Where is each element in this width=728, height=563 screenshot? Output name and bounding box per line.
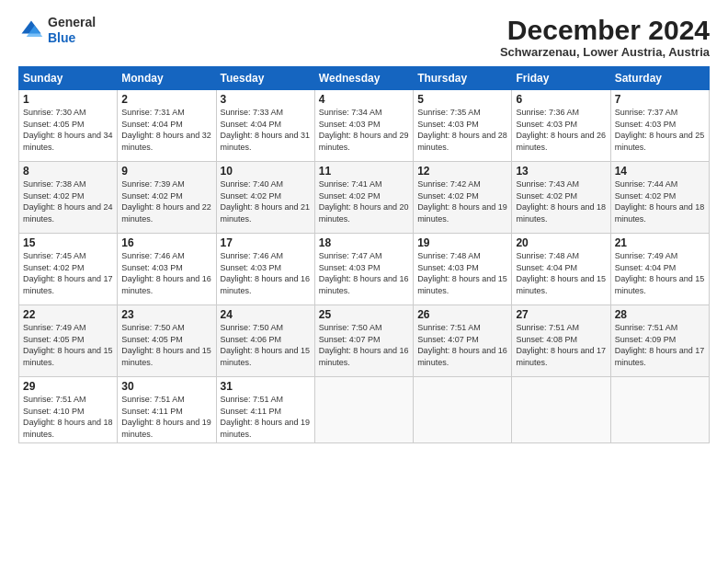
- day-number: 26: [417, 308, 507, 321]
- header-friday: Friday: [512, 67, 610, 90]
- calendar-cell: 9Sunrise: 7:39 AMSunset: 4:02 PMDaylight…: [118, 162, 216, 234]
- day-info: Sunrise: 7:43 AMSunset: 4:02 PMDaylight:…: [516, 179, 606, 224]
- day-number: 16: [121, 236, 211, 249]
- calendar-cell: 4Sunrise: 7:34 AMSunset: 4:03 PMDaylight…: [314, 90, 413, 162]
- calendar-cell: 8Sunrise: 7:38 AMSunset: 4:02 PMDaylight…: [19, 162, 118, 234]
- day-info: Sunrise: 7:50 AMSunset: 4:05 PMDaylight:…: [121, 323, 211, 367]
- day-info: Sunrise: 7:51 AMSunset: 4:08 PMDaylight:…: [516, 323, 606, 367]
- calendar-cell: 1Sunrise: 7:30 AMSunset: 4:05 PMDaylight…: [19, 90, 118, 162]
- day-info: Sunrise: 7:38 AMSunset: 4:02 PMDaylight:…: [23, 179, 113, 224]
- calendar-cell: 26Sunrise: 7:51 AMSunset: 4:07 PMDayligh…: [414, 305, 512, 377]
- day-info: Sunrise: 7:35 AMSunset: 4:03 PMDaylight:…: [417, 108, 507, 152]
- day-number: 20: [516, 236, 606, 249]
- header-sunday: Sunday: [19, 67, 118, 90]
- day-info: Sunrise: 7:44 AMSunset: 4:02 PMDaylight:…: [615, 179, 705, 224]
- day-info: Sunrise: 7:40 AMSunset: 4:02 PMDaylight:…: [221, 179, 311, 224]
- day-number: 31: [221, 380, 311, 393]
- day-info: Sunrise: 7:51 AMSunset: 4:11 PMDaylight:…: [221, 395, 311, 439]
- day-info: Sunrise: 7:39 AMSunset: 4:02 PMDaylight:…: [121, 179, 211, 224]
- day-info: Sunrise: 7:46 AMSunset: 4:03 PMDaylight:…: [121, 251, 211, 295]
- day-info: Sunrise: 7:50 AMSunset: 4:07 PMDaylight:…: [319, 323, 409, 367]
- logo-general: General: [48, 15, 96, 29]
- calendar-cell: 16Sunrise: 7:46 AMSunset: 4:03 PMDayligh…: [118, 234, 216, 305]
- calendar-cell: 30Sunrise: 7:51 AMSunset: 4:11 PMDayligh…: [118, 377, 216, 443]
- calendar-cell: 3Sunrise: 7:33 AMSunset: 4:04 PMDaylight…: [216, 90, 314, 162]
- day-number: 11: [319, 165, 409, 178]
- day-number: 3: [221, 93, 311, 106]
- calendar-cell: 18Sunrise: 7:47 AMSunset: 4:03 PMDayligh…: [314, 234, 413, 305]
- day-info: Sunrise: 7:30 AMSunset: 4:05 PMDaylight:…: [23, 108, 113, 152]
- calendar-cell: 21Sunrise: 7:49 AMSunset: 4:04 PMDayligh…: [610, 234, 709, 305]
- day-number: 24: [221, 308, 311, 321]
- title-block: December 2024 Schwarzenau, Lower Austria…: [500, 15, 710, 59]
- day-number: 28: [615, 308, 705, 321]
- day-number: 7: [615, 93, 705, 106]
- day-number: 8: [23, 165, 113, 178]
- calendar-page: General Blue December 2024 Schwarzenau, …: [0, 0, 728, 563]
- day-info: Sunrise: 7:50 AMSunset: 4:06 PMDaylight:…: [221, 323, 311, 367]
- day-info: Sunrise: 7:45 AMSunset: 4:02 PMDaylight:…: [23, 251, 113, 295]
- day-info: Sunrise: 7:34 AMSunset: 4:03 PMDaylight:…: [319, 108, 409, 152]
- day-number: 30: [121, 380, 211, 393]
- calendar-cell: 20Sunrise: 7:48 AMSunset: 4:04 PMDayligh…: [512, 234, 610, 305]
- day-info: Sunrise: 7:51 AMSunset: 4:07 PMDaylight:…: [417, 323, 507, 367]
- day-info: Sunrise: 7:42 AMSunset: 4:02 PMDaylight:…: [417, 179, 507, 224]
- day-number: 29: [23, 380, 113, 393]
- day-number: 13: [516, 165, 606, 178]
- header-thursday: Thursday: [414, 67, 512, 90]
- day-info: Sunrise: 7:46 AMSunset: 4:03 PMDaylight:…: [221, 251, 311, 295]
- day-info: Sunrise: 7:51 AMSunset: 4:10 PMDaylight:…: [23, 395, 113, 439]
- calendar-cell: 11Sunrise: 7:41 AMSunset: 4:02 PMDayligh…: [314, 162, 413, 234]
- calendar-cell: 23Sunrise: 7:50 AMSunset: 4:05 PMDayligh…: [118, 305, 216, 377]
- calendar-cell: 29Sunrise: 7:51 AMSunset: 4:10 PMDayligh…: [19, 377, 118, 443]
- weekday-header-row: Sunday Monday Tuesday Wednesday Thursday…: [19, 67, 710, 90]
- day-number: 6: [516, 93, 606, 106]
- calendar-cell: 22Sunrise: 7:49 AMSunset: 4:05 PMDayligh…: [19, 305, 118, 377]
- calendar-cell: 14Sunrise: 7:44 AMSunset: 4:02 PMDayligh…: [610, 162, 709, 234]
- calendar-cell: 13Sunrise: 7:43 AMSunset: 4:02 PMDayligh…: [512, 162, 610, 234]
- day-info: Sunrise: 7:49 AMSunset: 4:04 PMDaylight:…: [615, 251, 705, 295]
- day-number: 25: [319, 308, 409, 321]
- day-info: Sunrise: 7:48 AMSunset: 4:03 PMDaylight:…: [417, 251, 507, 295]
- calendar-cell: 25Sunrise: 7:50 AMSunset: 4:07 PMDayligh…: [314, 305, 413, 377]
- day-number: 4: [319, 93, 409, 106]
- day-number: 5: [417, 93, 507, 106]
- day-number: 23: [121, 308, 211, 321]
- calendar-table: Sunday Monday Tuesday Wednesday Thursday…: [18, 66, 710, 443]
- calendar-cell: [610, 377, 709, 443]
- logo-icon: [18, 17, 44, 43]
- day-info: Sunrise: 7:31 AMSunset: 4:04 PMDaylight:…: [121, 108, 211, 152]
- day-info: Sunrise: 7:41 AMSunset: 4:02 PMDaylight:…: [319, 179, 409, 224]
- day-number: 10: [221, 165, 311, 178]
- calendar-cell: 31Sunrise: 7:51 AMSunset: 4:11 PMDayligh…: [216, 377, 314, 443]
- calendar-cell: 5Sunrise: 7:35 AMSunset: 4:03 PMDaylight…: [414, 90, 512, 162]
- calendar-cell: 15Sunrise: 7:45 AMSunset: 4:02 PMDayligh…: [19, 234, 118, 305]
- day-number: 14: [615, 165, 705, 178]
- day-number: 2: [121, 93, 211, 106]
- header-saturday: Saturday: [610, 67, 709, 90]
- day-info: Sunrise: 7:51 AMSunset: 4:11 PMDaylight:…: [121, 395, 211, 439]
- calendar-cell: 24Sunrise: 7:50 AMSunset: 4:06 PMDayligh…: [216, 305, 314, 377]
- calendar-cell: 28Sunrise: 7:51 AMSunset: 4:09 PMDayligh…: [610, 305, 709, 377]
- day-info: Sunrise: 7:36 AMSunset: 4:03 PMDaylight:…: [516, 108, 606, 152]
- day-number: 9: [121, 165, 211, 178]
- day-number: 18: [319, 236, 409, 249]
- calendar-cell: 2Sunrise: 7:31 AMSunset: 4:04 PMDaylight…: [118, 90, 216, 162]
- location: Schwarzenau, Lower Austria, Austria: [500, 45, 710, 59]
- calendar-cell: 12Sunrise: 7:42 AMSunset: 4:02 PMDayligh…: [414, 162, 512, 234]
- day-number: 27: [516, 308, 606, 321]
- calendar-cell: 17Sunrise: 7:46 AMSunset: 4:03 PMDayligh…: [216, 234, 314, 305]
- logo-text: General Blue: [48, 15, 96, 46]
- header-tuesday: Tuesday: [216, 67, 314, 90]
- day-number: 19: [417, 236, 507, 249]
- day-info: Sunrise: 7:51 AMSunset: 4:09 PMDaylight:…: [615, 323, 705, 367]
- logo-blue: Blue: [48, 30, 75, 45]
- calendar-cell: 27Sunrise: 7:51 AMSunset: 4:08 PMDayligh…: [512, 305, 610, 377]
- calendar-cell: 10Sunrise: 7:40 AMSunset: 4:02 PMDayligh…: [216, 162, 314, 234]
- day-number: 1: [23, 93, 113, 106]
- calendar-cell: 6Sunrise: 7:36 AMSunset: 4:03 PMDaylight…: [512, 90, 610, 162]
- calendar-cell: 7Sunrise: 7:37 AMSunset: 4:03 PMDaylight…: [610, 90, 709, 162]
- calendar-cell: [314, 377, 413, 443]
- day-info: Sunrise: 7:48 AMSunset: 4:04 PMDaylight:…: [516, 251, 606, 295]
- calendar-cell: [512, 377, 610, 443]
